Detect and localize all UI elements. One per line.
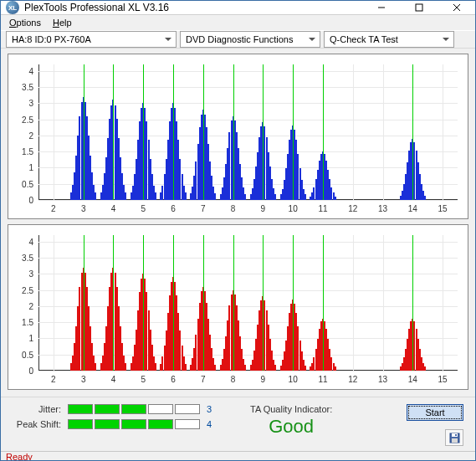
plot [38, 64, 458, 200]
meter-segment [148, 404, 173, 414]
start-button[interactable]: Start [407, 404, 463, 421]
chart-bottom: 00.511.522.533.54 23456789101112131415 [8, 224, 468, 390]
meter-segment [121, 404, 146, 414]
meter-segment [175, 419, 200, 429]
maximize-button[interactable] [400, 1, 438, 14]
minimize-button[interactable] [362, 1, 400, 14]
save-icon-button[interactable] [445, 429, 463, 446]
meter-segment [121, 419, 146, 429]
app-icon: XL [6, 1, 19, 14]
svg-rect-1 [416, 4, 422, 11]
floppy-icon [449, 433, 460, 443]
meter-segment [68, 419, 93, 429]
meter-segment [175, 404, 200, 414]
peak-value: 4 [207, 419, 217, 429]
yaxis: 00.511.522.533.54 [8, 235, 37, 371]
ta-quality-value: Good [269, 416, 314, 438]
status-text: Ready [6, 452, 33, 461]
chart-top: 00.511.522.533.54 23456789101112131415 [8, 54, 468, 219]
peak-label: Peak Shift: [13, 419, 61, 429]
test-select-value: Q-Check TA Test [330, 34, 398, 44]
jitter-row: Jitter: 3 [13, 404, 217, 414]
xaxis: 23456789101112131415 [38, 372, 458, 389]
yaxis: 00.511.522.533.54 [8, 64, 37, 200]
meter-segment [68, 404, 93, 414]
chart-area: 00.511.522.533.54 23456789101112131415 0… [1, 49, 475, 397]
meter-segment [148, 419, 173, 429]
close-button[interactable] [438, 1, 475, 14]
toolbar: HA:8 ID:0 PX-760A DVD Diagnostic Functio… [1, 30, 475, 49]
ta-quality-label: TA Quality Indicator: [250, 404, 332, 414]
window-title: PlexTools Professional XL V3.16 [24, 2, 362, 13]
meter-segment [95, 404, 120, 414]
bottom-panel: Jitter: 3 Peak Shift: 4 TA Quality Indic… [1, 397, 475, 451]
drive-select[interactable]: HA:8 ID:0 PX-760A [6, 31, 177, 48]
jitter-label: Jitter: [13, 404, 61, 414]
peak-boxes [68, 419, 200, 429]
meter-segment [95, 419, 120, 429]
test-select[interactable]: Q-Check TA Test [324, 31, 454, 48]
titlebar: XL PlexTools Professional XL V3.16 [1, 1, 475, 15]
category-select-value: DVD Diagnostic Functions [186, 34, 293, 44]
svg-rect-7 [455, 434, 457, 436]
statusbar: Ready [1, 451, 475, 461]
peak-row: Peak Shift: 4 [13, 419, 217, 429]
category-select[interactable]: DVD Diagnostic Functions [180, 31, 320, 48]
menu-options[interactable]: Options [4, 15, 46, 30]
plot [38, 235, 458, 371]
jitter-boxes [68, 404, 200, 414]
meters: Jitter: 3 Peak Shift: 4 [13, 404, 217, 429]
drive-select-value: HA:8 ID:0 PX-760A [12, 34, 91, 44]
menubar: Options Help [1, 15, 475, 30]
xaxis: 23456789101112131415 [38, 202, 458, 218]
jitter-value: 3 [207, 404, 217, 414]
ta-quality: TA Quality Indicator: Good [250, 404, 332, 438]
svg-rect-6 [452, 438, 458, 443]
menu-help[interactable]: Help [48, 15, 77, 30]
